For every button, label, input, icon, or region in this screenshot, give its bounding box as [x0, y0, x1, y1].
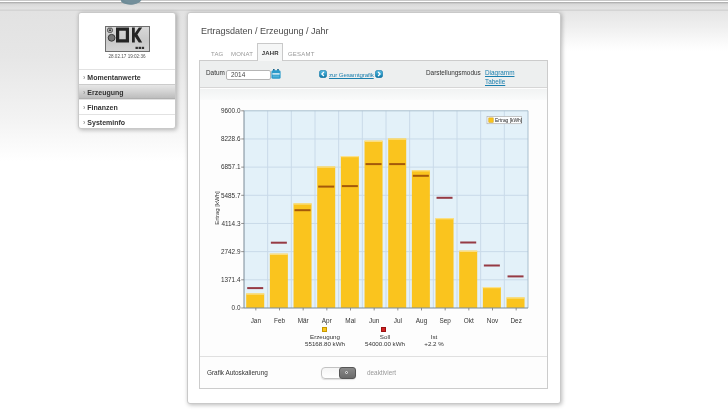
svg-text:2742.9: 2742.9 — [221, 247, 241, 254]
svg-text:Mai: Mai — [345, 317, 355, 324]
svg-text:5485.7: 5485.7 — [221, 191, 241, 198]
svg-text:4114.3: 4114.3 — [221, 219, 241, 226]
svg-text:Feb: Feb — [274, 317, 285, 324]
svg-text:Apr: Apr — [322, 317, 333, 325]
svg-text:Ertrag [kWh]: Ertrag [kWh] — [495, 118, 523, 123]
svg-text:Ertrag [kWh]: Ertrag [kWh] — [214, 190, 220, 224]
svg-text:8228.6: 8228.6 — [221, 135, 241, 142]
svg-text:Dez: Dez — [510, 317, 521, 324]
svg-text:Nov: Nov — [487, 317, 499, 324]
svg-text:Jul: Jul — [394, 317, 402, 324]
svg-text:6857.1: 6857.1 — [221, 163, 241, 170]
svg-text:Okt: Okt — [464, 317, 474, 324]
svg-text:0.0: 0.0 — [232, 304, 241, 311]
svg-text:Aug: Aug — [416, 317, 428, 325]
svg-text:9600.0: 9600.0 — [221, 107, 241, 114]
svg-text:Sep: Sep — [439, 317, 451, 325]
svg-text:Mär: Mär — [298, 317, 310, 324]
svg-text:Jan: Jan — [251, 317, 262, 324]
svg-text:1371.4: 1371.4 — [221, 276, 241, 283]
svg-text:Jun: Jun — [369, 317, 380, 324]
